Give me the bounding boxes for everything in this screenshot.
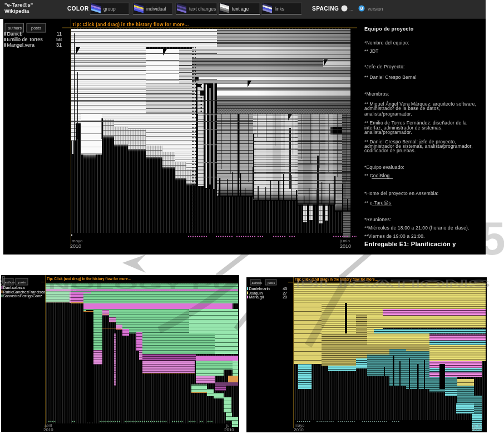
svg-text:5: 5 (480, 212, 504, 265)
svg-text:NOLOGY PU: NOLOGY PU (48, 279, 235, 291)
